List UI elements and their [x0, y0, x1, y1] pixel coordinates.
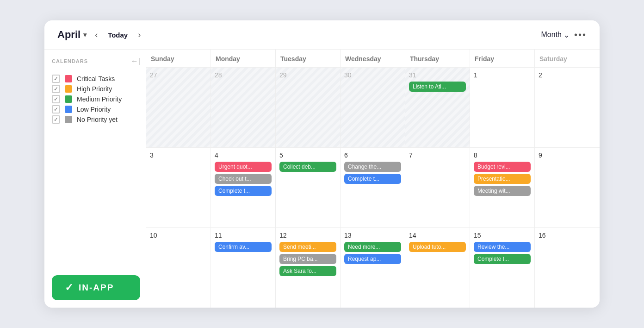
sidebar: CALENDARS ←| ✓ Critical Tasks ✓ High Pri…: [44, 50, 146, 308]
item-label-none: No Priority yet: [77, 116, 118, 123]
event-pill[interactable]: Budget revi...: [474, 162, 531, 172]
week-0: 2728293031Listen to Atl...12: [146, 68, 600, 148]
day-cell-28[interactable]: 28: [211, 68, 276, 147]
day-number: 16: [539, 232, 596, 239]
sidebar-item-high[interactable]: ✓ High Priority: [52, 84, 140, 94]
badge-label: IN-APP: [79, 283, 114, 293]
event-pill[interactable]: Complete t...: [215, 186, 272, 196]
day-header-wednesday: Wednesday: [341, 50, 405, 67]
day-headers: SundayMondayTuesdayWednesdayThursdayFrid…: [146, 50, 600, 68]
day-cell-15[interactable]: 15Review the...Complete t...: [470, 228, 535, 308]
checkbox-high[interactable]: ✓: [52, 85, 60, 93]
next-btn[interactable]: ›: [135, 29, 143, 41]
day-cell-11[interactable]: 11Confirm av...: [211, 228, 276, 308]
day-number: 15: [474, 232, 531, 239]
week-2: 1011Confirm av...12Send meeti...Bring PC…: [146, 228, 600, 308]
day-header-sunday: Sunday: [146, 50, 211, 67]
event-pill[interactable]: Collect deb...: [279, 162, 336, 172]
today-btn[interactable]: Today: [106, 30, 130, 40]
day-header-friday: Friday: [470, 50, 535, 67]
day-cell-16[interactable]: 16: [535, 228, 600, 308]
event-pill[interactable]: Listen to Atl...: [409, 82, 466, 92]
day-number: 27: [150, 71, 207, 79]
event-pill[interactable]: Need more...: [344, 242, 401, 252]
day-cell-9[interactable]: 9: [535, 148, 600, 227]
in-app-badge: ✓ IN-APP: [52, 275, 140, 300]
day-number: 8: [474, 151, 531, 159]
day-cell-27[interactable]: 27: [146, 68, 211, 147]
color-dot-low: [65, 106, 72, 113]
day-header-monday: Monday: [211, 50, 276, 67]
day-number: 11: [215, 232, 272, 239]
badge-check-icon: ✓: [65, 282, 74, 294]
view-selector[interactable]: Month ⌄: [541, 31, 570, 39]
day-number: 7: [409, 151, 466, 159]
checkbox-low[interactable]: ✓: [52, 105, 60, 114]
event-pill[interactable]: Confirm av...: [215, 242, 272, 252]
calendar-grid: SundayMondayTuesdayWednesdayThursdayFrid…: [146, 50, 600, 308]
item-label-critical: Critical Tasks: [77, 75, 115, 82]
day-number: 9: [539, 151, 596, 159]
day-cell-1[interactable]: 1: [470, 68, 535, 147]
event-pill[interactable]: Request ap...: [344, 254, 401, 264]
sidebar-collapse-btn[interactable]: ←|: [131, 57, 140, 65]
view-dropdown-icon: ⌄: [564, 31, 570, 39]
event-pill[interactable]: Send meeti...: [279, 242, 336, 252]
event-pill[interactable]: Change the...: [344, 162, 401, 172]
event-pill[interactable]: Ask Sara fo...: [279, 266, 336, 276]
header-right: Month ⌄ •••: [541, 30, 587, 40]
day-cell-7[interactable]: 7: [405, 148, 470, 227]
calendars-label: CALENDARS: [52, 58, 88, 64]
day-cell-12[interactable]: 12Send meeti...Bring PC ba...Ask Sara fo…: [276, 228, 341, 308]
day-cell-6[interactable]: 6Change the...Complete t...: [341, 148, 405, 227]
sidebar-item-medium[interactable]: ✓ Medium Priority: [52, 94, 140, 104]
event-pill[interactable]: Meeting wit...: [474, 186, 531, 196]
day-cell-4[interactable]: 4Urgent quot...Check out t...Complete t.…: [211, 148, 276, 227]
month-dropdown-icon[interactable]: ▾: [83, 31, 87, 38]
day-cell-2[interactable]: 2: [535, 68, 600, 147]
day-number: 3: [150, 151, 207, 159]
day-cell-30[interactable]: 30: [341, 68, 405, 147]
item-label-medium: Medium Priority: [77, 95, 122, 103]
event-pill[interactable]: Upload tuto...: [409, 242, 466, 252]
calendar-app: April ▾ ‹ Today › Month ⌄ ••• CALENDARS …: [44, 20, 600, 308]
day-cell-31[interactable]: 31Listen to Atl...: [405, 68, 470, 147]
prev-btn[interactable]: ‹: [92, 29, 100, 41]
event-pill[interactable]: Urgent quot...: [215, 162, 272, 172]
checkbox-none[interactable]: ✓: [52, 115, 60, 124]
day-number: 6: [344, 151, 401, 159]
color-dot-none: [65, 116, 72, 123]
day-number: 10: [150, 232, 207, 239]
day-number: 14: [409, 232, 466, 239]
day-cell-14[interactable]: 14Upload tuto...: [405, 228, 470, 308]
day-header-saturday: Saturday: [535, 50, 600, 67]
event-pill[interactable]: Complete t...: [344, 174, 401, 184]
sidebar-item-critical[interactable]: ✓ Critical Tasks: [52, 74, 140, 84]
day-cell-3[interactable]: 3: [146, 148, 211, 227]
calendar-weeks: 2728293031Listen to Atl...1234Urgent quo…: [146, 68, 600, 308]
event-pill[interactable]: Presentatio...: [474, 174, 531, 184]
day-cell-29[interactable]: 29: [276, 68, 341, 147]
checkbox-medium[interactable]: ✓: [52, 95, 60, 103]
view-label: Month: [541, 31, 562, 39]
day-cell-10[interactable]: 10: [146, 228, 211, 308]
sidebar-item-none[interactable]: ✓ No Priority yet: [52, 114, 140, 125]
day-cell-13[interactable]: 13Need more...Request ap...: [341, 228, 405, 308]
day-cell-8[interactable]: 8Budget revi...Presentatio...Meeting wit…: [470, 148, 535, 227]
day-number: 1: [474, 71, 531, 79]
event-pill[interactable]: Review the...: [474, 242, 531, 252]
color-dot-medium: [65, 95, 72, 103]
checkbox-critical[interactable]: ✓: [52, 75, 60, 83]
event-pill[interactable]: Bring PC ba...: [279, 254, 336, 264]
sidebar-item-low[interactable]: ✓ Low Priority: [52, 104, 140, 114]
day-number: 13: [344, 232, 401, 239]
sidebar-header: CALENDARS ←|: [52, 57, 140, 65]
more-options-btn[interactable]: •••: [574, 30, 587, 40]
day-cell-5[interactable]: 5Collect deb...: [276, 148, 341, 227]
month-label: April: [57, 29, 80, 41]
event-pill[interactable]: Check out t...: [215, 174, 272, 184]
event-pill[interactable]: Complete t...: [474, 254, 531, 264]
color-dot-high: [65, 85, 72, 93]
month-title: April ▾: [57, 29, 87, 41]
day-header-tuesday: Tuesday: [276, 50, 341, 67]
